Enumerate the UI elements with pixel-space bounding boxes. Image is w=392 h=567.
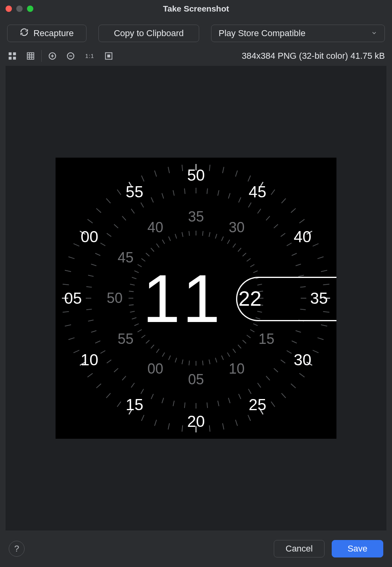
svg-rect-3 bbox=[13, 57, 16, 60]
svg-line-47 bbox=[106, 199, 111, 203]
svg-line-146 bbox=[182, 360, 183, 364]
svg-line-124 bbox=[287, 243, 292, 246]
copy-clipboard-button[interactable]: Copy to Clipboard bbox=[98, 25, 199, 42]
svg-line-103 bbox=[95, 253, 100, 256]
svg-line-72 bbox=[296, 331, 301, 332]
svg-line-66 bbox=[317, 257, 323, 259]
svg-line-126 bbox=[296, 264, 301, 266]
copy-clipboard-label: Copy to Clipboard bbox=[114, 28, 184, 39]
svg-line-61 bbox=[281, 199, 286, 203]
svg-line-175 bbox=[203, 231, 203, 236]
svg-line-93 bbox=[107, 360, 111, 363]
svg-line-121 bbox=[266, 216, 270, 220]
svg-line-83 bbox=[207, 403, 208, 408]
preview-toolbar: 1:1 384x384 PNG (32-bit color) 41.75 kB bbox=[0, 46, 392, 66]
svg-line-154 bbox=[138, 330, 142, 332]
svg-line-123 bbox=[281, 233, 285, 237]
inner-dial-number: 00 bbox=[147, 361, 163, 377]
svg-line-137 bbox=[238, 345, 241, 348]
titlebar: Take Screenshot bbox=[0, 0, 392, 17]
svg-line-65 bbox=[313, 244, 319, 247]
svg-line-135 bbox=[247, 335, 251, 338]
center-hour: 11 bbox=[142, 260, 222, 338]
svg-line-80 bbox=[238, 394, 241, 399]
inner-dial-number: 10 bbox=[229, 361, 244, 377]
svg-line-41 bbox=[65, 270, 71, 272]
cancel-label: Cancel bbox=[286, 544, 313, 554]
svg-line-108 bbox=[131, 209, 135, 213]
svg-rect-2 bbox=[9, 57, 12, 60]
save-button[interactable]: Save bbox=[332, 540, 383, 557]
svg-line-152 bbox=[146, 340, 150, 343]
svg-line-43 bbox=[73, 244, 79, 247]
outer-dial-number: 45 bbox=[249, 183, 267, 201]
svg-line-52 bbox=[168, 167, 169, 173]
inner-dial-number: 45 bbox=[117, 249, 133, 266]
outer-dial-number: 25 bbox=[249, 396, 267, 414]
svg-line-151 bbox=[151, 345, 154, 348]
svg-line-147 bbox=[175, 358, 177, 362]
minimize-window-button[interactable] bbox=[16, 6, 23, 12]
svg-line-18 bbox=[271, 402, 275, 407]
focus-frame-icon[interactable] bbox=[104, 51, 114, 61]
help-button[interactable]: ? bbox=[9, 541, 25, 557]
svg-line-15 bbox=[300, 373, 305, 377]
svg-line-23 bbox=[209, 425, 210, 432]
chevron-down-icon bbox=[371, 28, 377, 39]
svg-line-53 bbox=[182, 165, 183, 171]
svg-line-96 bbox=[91, 331, 96, 332]
inner-dial-number: 15 bbox=[259, 331, 275, 347]
outer-dial-number: 40 bbox=[294, 228, 311, 246]
svg-line-106 bbox=[114, 224, 118, 228]
svg-line-13 bbox=[313, 350, 319, 353]
svg-line-74 bbox=[287, 351, 292, 353]
svg-line-73 bbox=[292, 341, 297, 343]
svg-line-85 bbox=[184, 403, 185, 408]
svg-line-36 bbox=[69, 338, 75, 340]
svg-line-87 bbox=[162, 398, 163, 403]
outer-dial-number: 30 bbox=[294, 351, 311, 369]
svg-line-150 bbox=[156, 349, 159, 353]
svg-line-32 bbox=[96, 384, 101, 388]
screenshot-preview: 3530252015100500555045401510050055504540… bbox=[56, 158, 336, 439]
compatibility-dropdown[interactable]: Play Store Compatible bbox=[211, 25, 385, 42]
recapture-label: Recapture bbox=[33, 28, 74, 39]
svg-line-157 bbox=[130, 311, 135, 312]
fit-screen-icon[interactable] bbox=[7, 51, 17, 61]
svg-line-107 bbox=[122, 216, 126, 220]
svg-line-45 bbox=[88, 219, 93, 223]
cancel-button[interactable]: Cancel bbox=[274, 540, 325, 557]
svg-line-136 bbox=[242, 340, 246, 343]
svg-line-122 bbox=[274, 224, 278, 228]
outer-dial-number: 00 bbox=[81, 228, 98, 246]
dropdown-selected: Play Store Compatible bbox=[219, 28, 306, 39]
svg-line-98 bbox=[86, 309, 92, 310]
svg-line-120 bbox=[257, 209, 261, 213]
svg-line-95 bbox=[95, 341, 100, 343]
inner-dial-number: 55 bbox=[117, 331, 133, 347]
svg-line-118 bbox=[238, 197, 241, 202]
svg-line-25 bbox=[182, 425, 183, 432]
refresh-icon bbox=[20, 28, 29, 39]
svg-line-113 bbox=[184, 189, 185, 194]
actual-size-icon[interactable]: 1:1 bbox=[84, 51, 96, 61]
image-info: 384x384 PNG (32-bit color) 41.75 kB bbox=[242, 51, 385, 61]
svg-line-101 bbox=[88, 275, 94, 276]
zoom-in-icon[interactable] bbox=[47, 51, 58, 61]
svg-line-86 bbox=[173, 401, 174, 406]
svg-line-78 bbox=[257, 383, 261, 388]
svg-line-31 bbox=[106, 393, 111, 398]
grid-icon[interactable] bbox=[25, 51, 36, 61]
svg-line-16 bbox=[291, 384, 296, 388]
recapture-button[interactable]: Recapture bbox=[7, 25, 86, 42]
svg-rect-4 bbox=[27, 53, 34, 60]
svg-line-90 bbox=[131, 383, 135, 388]
svg-line-140 bbox=[221, 355, 223, 360]
svg-line-55 bbox=[209, 165, 210, 171]
zoom-window-button[interactable] bbox=[27, 6, 33, 12]
svg-line-63 bbox=[300, 219, 305, 223]
svg-line-105 bbox=[107, 233, 111, 237]
svg-line-178 bbox=[221, 237, 223, 241]
zoom-out-icon[interactable] bbox=[65, 51, 76, 61]
close-window-button[interactable] bbox=[6, 6, 12, 12]
